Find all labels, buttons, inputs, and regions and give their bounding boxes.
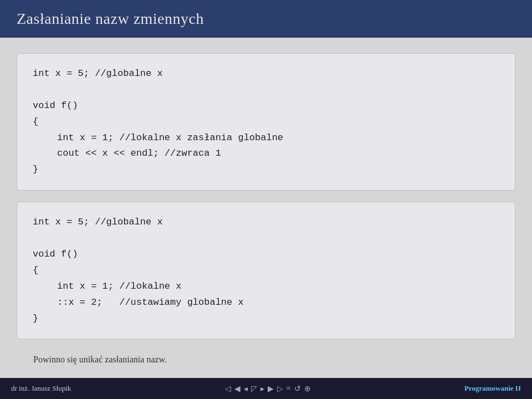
code-line-2-4: { [33,263,499,279]
code-line-2-1: int x = 5; //globalne x [33,214,499,231]
bottom-navigation: ◁ ◀ ◂ ◸ ▸ ▶ ▷ ≡ ↺ ⊕ [225,384,311,393]
nav-refresh-icon[interactable]: ↺ [294,384,301,393]
footer-note: Powinno się unikać zasłaniania nazw. [17,350,515,367]
nav-menu-icon[interactable]: ≡ [287,384,291,393]
code-line-1-4: { [33,114,499,130]
nav-forward-icon[interactable]: ▸ [260,384,264,393]
nav-prev-icon[interactable]: ◀ [234,384,241,393]
code-line-2-5: int x = 1; //lokalne x [33,279,499,295]
code-line-2-7: } [33,311,499,327]
footer-note-text: Powinno się unikać zasłaniania nazw. [33,355,167,364]
nav-next-icon[interactable]: ▶ [268,384,274,393]
code-line-2-6: ::x = 2; //ustawiamy globalne x [33,295,499,311]
code-line-1-2 [33,82,499,98]
page-header: Zasłanianie nazw zmiennych [0,0,532,38]
main-content: int x = 5; //globalne x void f() { int x… [0,38,532,378]
code-block-1: int x = 5; //globalne x void f() { int x… [17,53,515,191]
code-line-1-3: void f() [33,98,499,114]
page-title: Zasłanianie nazw zmiennych [17,10,204,27]
code-block-2: int x = 5; //globalne x void f() { int x… [17,202,515,339]
nav-zoom-icon[interactable]: ⊕ [304,384,311,393]
code-line-1-1: int x = 5; //globalne x [33,66,499,82]
code-line-2-2 [33,231,499,247]
bottom-author: dr inż. Janusz Słupik [11,384,71,393]
bottom-course: Programowanie II [464,384,521,393]
code-line-1-6: cout << x << endl; //zwraca 1 [33,146,499,162]
code-line-2-3: void f() [33,247,499,263]
bottom-bar: dr inż. Janusz Słupik ◁ ◀ ◂ ◸ ▸ ▶ ▷ ≡ ↺ … [0,378,532,399]
code-line-1-5: int x = 1; //lokalne x zasłania globalne [33,130,499,146]
nav-back-icon[interactable]: ◂ [244,384,248,393]
nav-next-next-icon[interactable]: ▷ [277,384,283,393]
nav-prev-prev-icon[interactable]: ◁ [225,384,231,393]
code-line-1-7: } [33,162,499,178]
nav-corner-icon[interactable]: ◸ [251,384,257,393]
